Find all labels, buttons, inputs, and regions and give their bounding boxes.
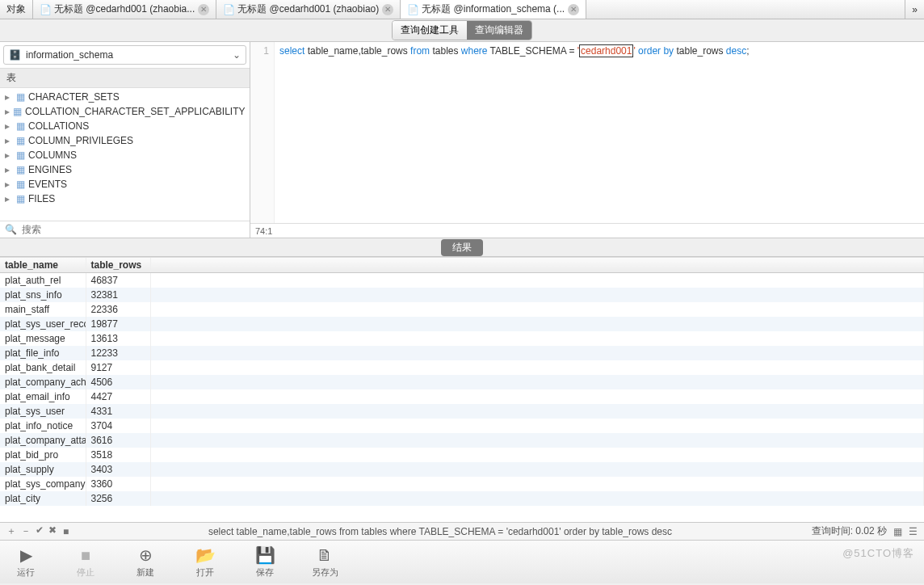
- close-icon[interactable]: ✕: [382, 4, 393, 15]
- expand-arrow-icon[interactable]: ▸: [5, 135, 13, 146]
- table-tree[interactable]: ▸▦CHARACTER_SETS▸▦COLLATION_CHARACTER_SE…: [0, 88, 250, 221]
- tab-overflow-button[interactable]: »: [905, 0, 924, 19]
- cell-table-rows[interactable]: 19877: [86, 317, 150, 331]
- add-row-icon[interactable]: ＋: [6, 524, 16, 538]
- query-editor-button[interactable]: 查询编辑器: [467, 21, 531, 40]
- cell-table-name[interactable]: plat_auth_rel: [0, 273, 86, 288]
- tab-query-2[interactable]: 📄 无标题 @cedarhd001 (zhaobiao) ✕: [216, 0, 401, 19]
- cell-table-rows[interactable]: 3518: [86, 448, 150, 462]
- cell-table-name[interactable]: plat_email_info: [0, 389, 86, 404]
- cell-table-rows[interactable]: 22336: [86, 302, 150, 317]
- table-row[interactable]: plat_company_ach4506: [0, 375, 924, 389]
- table-row[interactable]: plat_sns_info32381: [0, 288, 924, 302]
- tab-objects[interactable]: 对象: [0, 0, 33, 19]
- table-row[interactable]: plat_bid_pro3518: [0, 448, 924, 462]
- stop-icon[interactable]: ■: [63, 526, 69, 537]
- save-button[interactable]: 💾 保存: [249, 545, 281, 579]
- cell-table-rows[interactable]: 3403: [86, 462, 150, 477]
- table-row[interactable]: plat_info_notice3704: [0, 419, 924, 433]
- tree-item[interactable]: ▸▦COLLATIONS: [0, 119, 250, 133]
- cell-table-rows[interactable]: 9127: [86, 360, 150, 375]
- sql-editor[interactable]: 1 select table_name,table_rows from tabl…: [250, 42, 924, 223]
- expand-arrow-icon[interactable]: ▸: [5, 91, 13, 103]
- cell-table-name[interactable]: plat_sys_user: [0, 404, 86, 419]
- database-icon: 🗄️: [9, 49, 21, 61]
- tree-item-label: CHARACTER_SETS: [28, 91, 120, 103]
- cell-table-rows[interactable]: 3256: [86, 491, 150, 506]
- cell-table-rows[interactable]: 3704: [86, 419, 150, 433]
- tree-item[interactable]: ▸▦FILES: [0, 191, 250, 206]
- table-row[interactable]: plat_bank_detail9127: [0, 360, 924, 375]
- cell-table-name[interactable]: plat_message: [0, 331, 86, 346]
- cell-table-name[interactable]: main_staff: [0, 302, 86, 317]
- tree-item[interactable]: ▸▦EVENTS: [0, 177, 250, 191]
- cell-table-name[interactable]: plat_sys_user_reco: [0, 317, 86, 331]
- table-row[interactable]: plat_file_info12233: [0, 346, 924, 360]
- table-row[interactable]: plat_supply3403: [0, 462, 924, 477]
- cell-table-rows[interactable]: 4427: [86, 389, 150, 404]
- grid-view-icon[interactable]: ▦: [893, 526, 902, 537]
- tree-item[interactable]: ▸▦COLLATION_CHARACTER_SET_APPLICABILITY: [0, 104, 250, 119]
- table-row[interactable]: plat_company_atta3616: [0, 433, 924, 448]
- expand-arrow-icon[interactable]: ▸: [5, 149, 13, 161]
- cell-table-rows[interactable]: 13613: [86, 331, 150, 346]
- cell-table-name[interactable]: plat_info_notice: [0, 419, 86, 433]
- expand-arrow-icon[interactable]: ▸: [5, 193, 13, 204]
- tree-item[interactable]: ▸▦ENGINES: [0, 162, 250, 177]
- expand-arrow-icon[interactable]: ▸: [5, 179, 13, 190]
- cell-table-name[interactable]: plat_company_atta: [0, 433, 86, 448]
- run-button[interactable]: ▶ 运行: [10, 545, 42, 579]
- table-row[interactable]: plat_city3256: [0, 491, 924, 506]
- stop-button[interactable]: ■ 停止: [69, 546, 102, 579]
- tab-label: 无标题 @information_schema (...: [422, 2, 565, 16]
- cell-table-rows[interactable]: 12233: [86, 346, 150, 360]
- cell-table-name[interactable]: plat_sns_info: [0, 288, 86, 302]
- results-tab[interactable]: 结果: [441, 239, 483, 256]
- expand-arrow-icon[interactable]: ▸: [5, 106, 10, 117]
- table-row[interactable]: plat_sys_company3360: [0, 477, 924, 491]
- cell-table-rows[interactable]: 4506: [86, 375, 150, 389]
- cell-table-name[interactable]: plat_company_ach: [0, 375, 86, 389]
- table-row[interactable]: plat_sys_user4331: [0, 404, 924, 419]
- search-input[interactable]: [22, 224, 245, 235]
- open-button[interactable]: 📂 打开: [189, 545, 221, 579]
- cell-table-rows[interactable]: 46837: [86, 273, 150, 288]
- save-as-button[interactable]: 🗎 另存为: [309, 546, 341, 579]
- close-icon[interactable]: ✕: [568, 4, 579, 15]
- new-button[interactable]: ⊕ 新建: [129, 545, 162, 579]
- cell-table-name[interactable]: plat_city: [0, 491, 86, 506]
- col-header-table-rows[interactable]: table_rows: [86, 258, 150, 273]
- form-view-icon[interactable]: ☰: [909, 526, 918, 537]
- tab-query-1[interactable]: 📄 无标题 @cedarhd001 (zhaobia... ✕: [33, 0, 216, 19]
- cell-table-name[interactable]: plat_supply: [0, 462, 86, 477]
- table-row[interactable]: plat_auth_rel46837: [0, 273, 924, 288]
- sql-code[interactable]: select table_name,table_rows from tables…: [275, 42, 754, 223]
- cell-table-name[interactable]: plat_bid_pro: [0, 448, 86, 462]
- cancel-icon[interactable]: ✖: [48, 524, 57, 538]
- results-grid[interactable]: table_name table_rows plat_auth_rel46837…: [0, 257, 924, 522]
- tab-query-3[interactable]: 📄 无标题 @information_schema (... ✕: [401, 0, 586, 19]
- remove-row-icon[interactable]: －: [21, 524, 31, 538]
- query-icon: 📄: [407, 4, 418, 15]
- cell-table-name[interactable]: plat_sys_company: [0, 477, 86, 491]
- cell-table-rows[interactable]: 3616: [86, 433, 150, 448]
- cell-table-rows[interactable]: 3360: [86, 477, 150, 491]
- tree-item[interactable]: ▸▦COLUMNS: [0, 148, 250, 162]
- table-row[interactable]: plat_message13613: [0, 331, 924, 346]
- cell-table-rows[interactable]: 4331: [86, 404, 150, 419]
- commit-icon[interactable]: ✔: [36, 524, 44, 538]
- cell-table-rows[interactable]: 32381: [86, 288, 150, 302]
- cell-table-name[interactable]: plat_file_info: [0, 346, 86, 360]
- col-header-table-name[interactable]: table_name: [0, 258, 86, 273]
- table-row[interactable]: plat_sys_user_reco19877: [0, 317, 924, 331]
- table-row[interactable]: main_staff22336: [0, 302, 924, 317]
- expand-arrow-icon[interactable]: ▸: [5, 120, 13, 132]
- cell-table-name[interactable]: plat_bank_detail: [0, 360, 86, 375]
- tree-item[interactable]: ▸▦CHARACTER_SETS: [0, 90, 250, 104]
- query-builder-button[interactable]: 查询创建工具: [393, 21, 467, 40]
- expand-arrow-icon[interactable]: ▸: [5, 164, 13, 175]
- close-icon[interactable]: ✕: [198, 4, 209, 15]
- schema-selector[interactable]: 🗄️ information_schema ⌄: [3, 45, 246, 65]
- tree-item[interactable]: ▸▦COLUMN_PRIVILEGES: [0, 133, 250, 148]
- table-row[interactable]: plat_email_info4427: [0, 389, 924, 404]
